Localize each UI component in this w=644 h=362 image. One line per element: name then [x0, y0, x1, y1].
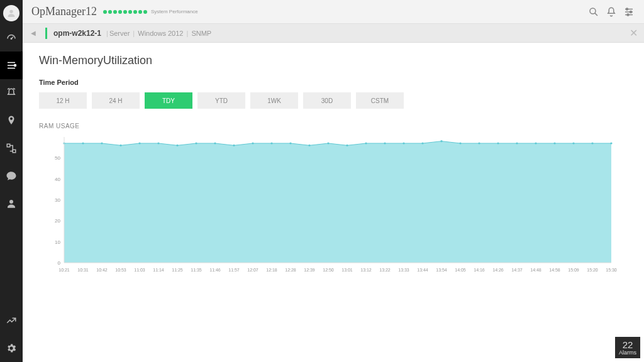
svg-text:14:58: 14:58 — [549, 268, 560, 272]
breadcrumb: ◀ opm-w2k12-1 | Server | Windows 2012 | … — [23, 24, 644, 43]
svg-point-46 — [440, 140, 442, 142]
svg-text:15:30: 15:30 — [606, 268, 617, 272]
svg-point-51 — [535, 142, 536, 144]
svg-point-6 — [14, 65, 16, 67]
svg-text:14:37: 14:37 — [511, 268, 523, 272]
time-period-tabs: 12 H24 HTDYYTD1WK30DCSTM — [39, 92, 628, 109]
svg-text:11:35: 11:35 — [191, 268, 202, 272]
user-avatar[interactable] — [3, 5, 19, 21]
svg-text:11:03: 11:03 — [134, 268, 145, 272]
svg-text:10:42: 10:42 — [96, 268, 108, 272]
period-cstm[interactable]: CSTM — [356, 92, 404, 109]
svg-point-40 — [327, 142, 329, 144]
svg-point-32 — [176, 145, 178, 146]
svg-text:15:09: 15:09 — [568, 268, 579, 272]
svg-point-37 — [270, 142, 272, 144]
period-1wk[interactable]: 1WK — [250, 92, 298, 109]
svg-point-30 — [138, 142, 140, 144]
nav-chat[interactable] — [0, 162, 23, 190]
nav-maps[interactable] — [0, 107, 23, 134]
sidebar — [0, 0, 23, 362]
svg-text:12:28: 12:28 — [285, 268, 296, 272]
svg-text:12:18: 12:18 — [266, 268, 277, 272]
breadcrumb-protocol: SNMP — [191, 30, 211, 37]
svg-line-8 — [13, 89, 15, 90]
alarms-label: Alarms — [619, 349, 636, 356]
svg-text:14:48: 14:48 — [530, 268, 541, 272]
svg-text:12:39: 12:39 — [304, 268, 315, 272]
bell-icon[interactable] — [602, 3, 620, 21]
svg-text:10:53: 10:53 — [115, 268, 126, 272]
svg-point-33 — [195, 142, 197, 144]
svg-rect-9 — [7, 144, 10, 147]
svg-point-0 — [9, 10, 13, 13]
svg-point-31 — [157, 142, 159, 144]
svg-point-38 — [289, 142, 291, 144]
svg-text:10:31: 10:31 — [77, 268, 89, 272]
svg-point-36 — [252, 142, 253, 144]
svg-text:11:25: 11:25 — [172, 268, 183, 272]
performance-label: System Performance — [151, 9, 198, 14]
svg-point-53 — [572, 142, 574, 144]
period-ytd[interactable]: YTD — [197, 92, 245, 109]
svg-point-54 — [591, 142, 593, 144]
content: Win-MemoryUtilization Time Period 12 H24… — [23, 43, 644, 362]
svg-point-41 — [346, 145, 348, 146]
svg-point-35 — [233, 145, 235, 146]
svg-text:50: 50 — [55, 155, 60, 161]
brand-title: OpManager12 — [31, 5, 97, 18]
svg-text:14:16: 14:16 — [474, 268, 485, 272]
alarms-widget[interactable]: 22 Alarms — [615, 337, 640, 358]
svg-point-27 — [82, 142, 84, 144]
svg-point-39 — [308, 145, 310, 146]
svg-point-55 — [610, 142, 612, 144]
svg-text:12:07: 12:07 — [247, 268, 258, 272]
svg-point-44 — [402, 142, 404, 144]
period-12h[interactable]: 12 H — [39, 92, 87, 109]
period-30d[interactable]: 30D — [303, 92, 351, 109]
nav-dashboard[interactable] — [0, 24, 23, 52]
svg-text:11:46: 11:46 — [209, 268, 221, 272]
svg-text:11:14: 11:14 — [153, 268, 164, 272]
breadcrumb-os: Windows 2012 — [138, 30, 183, 37]
alarms-count: 22 — [623, 340, 633, 349]
breadcrumb-host[interactable]: opm-w2k12-1 — [53, 29, 101, 38]
period-tdy[interactable]: TDY — [145, 92, 192, 109]
svg-point-29 — [119, 145, 121, 146]
svg-point-11 — [9, 200, 13, 204]
nav-workflow[interactable] — [0, 134, 23, 162]
svg-text:14:05: 14:05 — [455, 268, 466, 272]
svg-text:13:12: 13:12 — [360, 268, 372, 272]
period-24h[interactable]: 24 H — [92, 92, 140, 109]
topbar: OpManager12 System Performance — [23, 0, 644, 24]
breadcrumb-type: Server — [109, 30, 130, 37]
svg-line-2 — [11, 37, 13, 39]
time-period-label: Time Period — [39, 79, 628, 86]
svg-text:40: 40 — [55, 177, 60, 182]
svg-point-28 — [101, 142, 103, 144]
search-icon[interactable] — [585, 3, 602, 21]
svg-point-52 — [553, 142, 555, 144]
svg-point-45 — [421, 142, 423, 144]
svg-text:13:33: 13:33 — [398, 268, 409, 272]
nav-alarms[interactable] — [0, 79, 23, 107]
svg-text:15:20: 15:20 — [587, 268, 598, 272]
back-button[interactable]: ◀ — [29, 30, 38, 36]
close-icon[interactable]: ✕ — [630, 27, 638, 39]
svg-text:10: 10 — [55, 239, 60, 245]
sliders-icon[interactable] — [620, 3, 638, 21]
svg-text:12:50: 12:50 — [323, 268, 334, 272]
chart: 0102030405010:2110:3110:4210:5311:0311:1… — [45, 133, 628, 278]
svg-point-17 — [626, 8, 628, 10]
chart-title: RAM USAGE — [39, 123, 628, 129]
nav-reports[interactable] — [0, 307, 23, 334]
svg-text:13:22: 13:22 — [379, 268, 391, 272]
svg-text:10:21: 10:21 — [58, 268, 70, 272]
svg-point-49 — [497, 142, 499, 144]
nav-inventory[interactable] — [0, 52, 23, 79]
svg-text:14:26: 14:26 — [492, 268, 504, 272]
svg-point-19 — [627, 14, 629, 16]
svg-line-7 — [8, 89, 9, 90]
nav-settings[interactable] — [0, 334, 23, 362]
nav-user[interactable] — [0, 190, 23, 217]
